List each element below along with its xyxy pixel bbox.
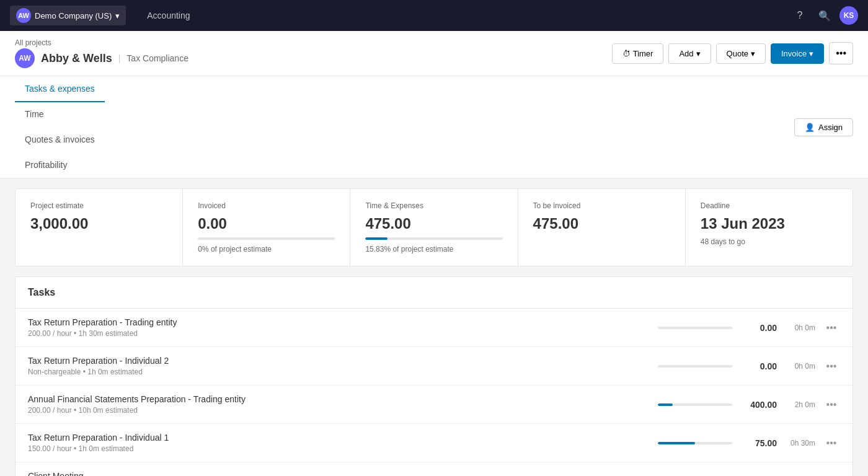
task-info: Tax Return Preparation - Individual 1150…: [28, 433, 648, 453]
project-title-area: All projects AW Abby & Wells | Tax Compl…: [15, 38, 188, 68]
company-selector[interactable]: AW Demo Company (US) ▾: [10, 6, 126, 25]
tab-quotes-invoices[interactable]: Quotes & invoices: [15, 127, 105, 153]
project-name-separator: |: [118, 53, 121, 63]
stat-label: Time & Expenses: [365, 201, 502, 210]
stat-value: 475.00: [533, 215, 670, 232]
tab-tasks-expenses[interactable]: Tasks & expenses: [15, 76, 105, 102]
invoice-button[interactable]: Invoice ▾: [771, 43, 824, 64]
task-more-button[interactable]: •••: [823, 319, 840, 337]
chevron-down-icon: ▾: [696, 49, 701, 58]
stat-card-to-be-invoiced: To be invoiced475.00: [518, 188, 686, 267]
task-right: 75.000h 30m•••: [658, 434, 840, 452]
task-value: 75.00: [740, 438, 777, 448]
header-actions: ⏱ Timer Add ▾ Quote ▾ Invoice ▾ •••: [612, 42, 853, 64]
quote-button[interactable]: Quote ▾: [716, 43, 766, 64]
help-icon[interactable]: ?: [790, 6, 810, 25]
task-progress-bar: [658, 403, 732, 406]
task-name[interactable]: Tax Return Preparation - Individual 1: [28, 433, 648, 443]
tab-assign-area: 👤 Assign: [794, 76, 853, 178]
breadcrumb[interactable]: All projects: [15, 38, 188, 47]
stat-sub: 15.83% of project estimate: [365, 245, 502, 253]
task-name[interactable]: Client Meeting: [28, 471, 648, 476]
tasks-section-header: Tasks: [16, 277, 852, 309]
timer-button[interactable]: ⏱ Timer: [612, 43, 664, 64]
client-avatar: AW: [15, 48, 35, 68]
task-info: Tax Return Preparation - Trading entity2…: [28, 317, 648, 338]
add-button[interactable]: Add ▾: [668, 43, 711, 64]
client-name: Abby & Wells: [41, 52, 112, 65]
task-progress-bar: [658, 327, 732, 329]
stat-card-project-estimate: Project estimate3,000.00: [15, 188, 183, 267]
project-client: AW Abby & Wells | Tax Compliance: [15, 48, 188, 68]
task-name[interactable]: Annual Financial Statements Preparation …: [28, 394, 648, 404]
task-meta: 150.00 / hour • 1h 0m estimated: [28, 444, 648, 453]
tab-profitability[interactable]: Profitability: [15, 152, 105, 178]
task-time: 2h 0m: [784, 400, 815, 409]
stat-value: 13 Jun 2023: [701, 215, 838, 232]
stat-progress-bar: [198, 237, 335, 240]
chevron-down-icon: ▾: [115, 11, 120, 20]
invoice-label: Invoice: [781, 49, 807, 58]
task-time: 0h 0m: [784, 362, 815, 371]
company-name: Demo Company (US): [35, 11, 112, 20]
task-progress-area: [658, 442, 732, 444]
stat-sub: 48 days to go: [701, 237, 838, 246]
task-row: Tax Return Preparation - Individual 2Non…: [16, 347, 852, 386]
timer-label: Timer: [633, 49, 653, 58]
chevron-down-icon: ▾: [751, 49, 755, 58]
quote-label: Quote: [727, 49, 748, 58]
assign-button[interactable]: 👤 Assign: [794, 118, 853, 136]
task-progress-bar: [658, 442, 732, 444]
stat-progress-bar: [365, 237, 502, 240]
task-more-button[interactable]: •••: [823, 358, 840, 375]
more-options-button[interactable]: •••: [829, 42, 853, 64]
task-more-button[interactable]: •••: [823, 396, 840, 413]
nav-item-accounting[interactable]: Accounting: [138, 2, 198, 29]
task-meta: 200.00 / hour • 10h 0m estimated: [28, 406, 648, 415]
stat-label: Invoiced: [198, 201, 335, 210]
task-progress-fill: [658, 403, 673, 406]
assign-icon: 👤: [805, 123, 815, 132]
task-name[interactable]: Tax Return Preparation - Trading entity: [28, 317, 648, 327]
user-avatar[interactable]: KS: [839, 6, 858, 25]
task-progress-area: [658, 327, 732, 329]
task-more-button[interactable]: •••: [823, 434, 840, 452]
task-value: 0.00: [740, 323, 777, 333]
task-progress-bar: [658, 365, 732, 368]
tab-time[interactable]: Time: [15, 102, 105, 128]
search-icon[interactable]: 🔍: [815, 6, 835, 25]
stat-value: 3,000.00: [30, 215, 167, 232]
tasks-section: Tasks Tax Return Preparation - Trading e…: [15, 276, 853, 476]
task-row: Tax Return Preparation - Trading entity2…: [16, 309, 852, 347]
add-label: Add: [679, 49, 693, 58]
tabs-container: Tasks & expensesTimeQuotes & invoicesPro…: [15, 76, 105, 178]
task-meta: Non-chargeable • 1h 0m estimated: [28, 368, 648, 376]
stat-value: 0.00: [198, 215, 335, 232]
stat-progress-fill: [365, 237, 387, 240]
task-time: 0h 0m: [784, 324, 815, 332]
stat-label: Deadline: [701, 201, 838, 210]
task-meta: 200.00 / hour • 1h 30m estimated: [28, 329, 648, 338]
stat-label: To be invoiced: [533, 201, 670, 210]
task-right: 0.000h 0m•••: [658, 319, 840, 337]
task-right: 400.002h 0m•••: [658, 396, 840, 413]
assign-label: Assign: [818, 123, 843, 132]
chevron-down-icon: ▾: [809, 49, 813, 58]
task-time: 0h 30m: [784, 439, 815, 447]
task-more-button[interactable]: •••: [823, 473, 840, 477]
task-name[interactable]: Tax Return Preparation - Individual 2: [28, 356, 648, 366]
task-right: 0.000h 45m•••: [658, 473, 840, 477]
project-name: Tax Compliance: [126, 53, 188, 63]
task-progress-area: [658, 403, 732, 406]
task-progress-area: [658, 365, 732, 368]
company-avatar: AW: [16, 8, 31, 23]
task-row: Annual Financial Statements Preparation …: [16, 386, 852, 424]
sub-header: All projects AW Abby & Wells | Tax Compl…: [0, 31, 868, 76]
task-row: Client MeetingNon-chargeable • 1h 0m est…: [16, 462, 852, 476]
stats-row: Project estimate3,000.00Invoiced0.000% o…: [15, 188, 853, 267]
task-info: Annual Financial Statements Preparation …: [28, 394, 648, 415]
task-row: Tax Return Preparation - Individual 1150…: [16, 424, 852, 462]
task-info: Client MeetingNon-chargeable • 1h 0m est…: [28, 471, 648, 476]
task-info: Tax Return Preparation - Individual 2Non…: [28, 356, 648, 376]
tasks-container: Tax Return Preparation - Trading entity2…: [16, 309, 852, 476]
